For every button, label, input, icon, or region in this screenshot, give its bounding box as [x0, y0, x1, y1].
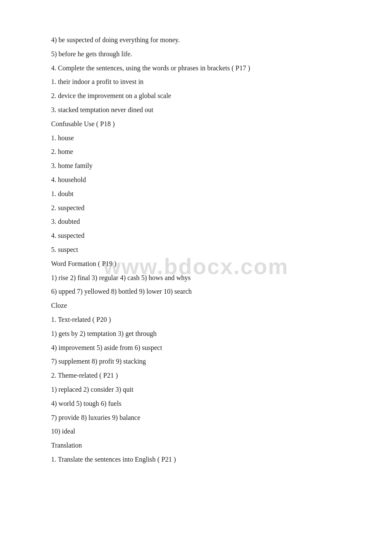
text-line-line3: 4. Complete the sentences, using the wor…: [51, 62, 341, 75]
text-line-line2: 5) before he gets through life.: [51, 48, 341, 61]
text-line-line15: 4. suspected: [51, 230, 341, 242]
text-line-line17: Word Formation ( P19 ): [51, 258, 341, 270]
text-line-line29: 10) ideal: [51, 425, 341, 438]
text-line-line28: 7) provide 8) luxuries 9) balance: [51, 412, 341, 424]
page-content: 4) be suspected of doing everything for …: [0, 0, 392, 502]
text-line-line26: 1) replaced 2) consider 3) quit: [51, 384, 341, 396]
text-line-line23: 4) improvement 5) aside from 6) suspect: [51, 342, 341, 354]
text-line-line10: 3. home family: [51, 160, 341, 172]
text-line-line12: 1. doubt: [51, 188, 341, 200]
text-line-line21: 1. Text-related ( P20 ): [51, 314, 341, 326]
text-line-line6: 3. stacked temptation never dined out: [51, 104, 341, 116]
text-line-line4: 1. their indoor a profit to invest in: [51, 76, 341, 88]
text-line-line20: Cloze: [51, 300, 341, 312]
text-line-line22: 1) gets by 2) temptation 3) get through: [51, 328, 341, 340]
text-line-line30: Translation: [51, 439, 341, 452]
text-line-line24: 7) supplement 8) profit 9) stacking: [51, 356, 341, 368]
text-line-line1: 4) be suspected of doing everything for …: [51, 34, 341, 46]
text-line-line18: 1) rise 2) final 3) regular 4) cash 5) h…: [51, 272, 341, 284]
text-line-line27: 4) world 5) tough 6) fuels: [51, 398, 341, 410]
text-line-line25: 2. Theme-related ( P21 ): [51, 370, 341, 382]
text-line-line11: 4. household: [51, 174, 341, 186]
text-line-line14: 3. doubted: [51, 216, 341, 228]
text-line-line9: 2. home: [51, 146, 341, 158]
text-line-line19: 6) upped 7) yellowed 8) bottled 9) lower…: [51, 286, 341, 298]
text-line-line5: 2. device the improvement on a global sc…: [51, 90, 341, 102]
text-line-line16: 5. suspect: [51, 244, 341, 256]
text-line-line13: 2. suspected: [51, 202, 341, 214]
text-line-line7: Confusable Use ( P18 ): [51, 118, 341, 130]
text-line-line31: 1. Translate the sentences into English …: [51, 454, 341, 466]
text-line-line8: 1. house: [51, 132, 341, 145]
